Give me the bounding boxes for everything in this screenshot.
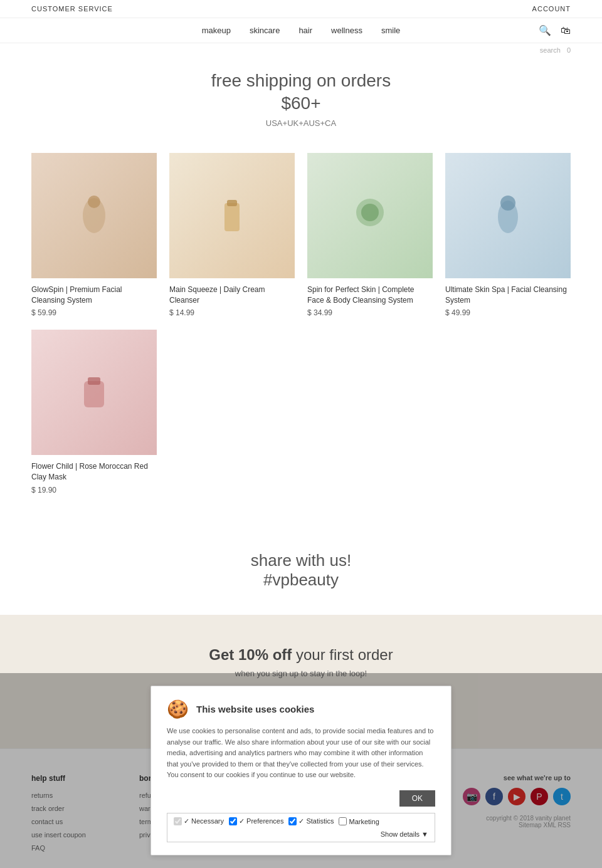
product-price-5: $ 19.90 — [31, 486, 157, 494]
cookie-ok-button[interactable]: OK — [399, 790, 435, 807]
product-title-5: Flower Child | Rose Moroccan Red Clay Ma… — [31, 461, 157, 483]
cart-button[interactable]: 🛍 — [561, 25, 571, 36]
product-title-4: Ultimate Skin Spa | Facial Cleansing Sys… — [445, 285, 571, 306]
product-card[interactable]: Main Squeeze | Daily Cream Cleanser $ 14… — [169, 153, 295, 318]
product-image-4 — [445, 153, 571, 278]
nav-skincare[interactable]: skincare — [250, 26, 280, 35]
cookie-body: We use cookies to personalise content an… — [167, 726, 435, 781]
main-nav: makeup skincare hair wellness smile 🔍 🛍 — [0, 18, 602, 43]
newsletter-bold: Get 10% off — [209, 646, 292, 663]
promo-line2: $60+ — [281, 93, 320, 113]
necessary-label: ✓ Necessary — [184, 817, 224, 825]
products-grid: GlowSpin | Premium Facial Cleansing Syst… — [31, 153, 571, 494]
svg-rect-3 — [227, 200, 237, 206]
newsletter-rest: your first order — [292, 646, 393, 663]
marketing-label: Marketing — [349, 818, 379, 825]
product-image-5 — [31, 330, 157, 455]
svg-point-1 — [88, 196, 100, 208]
product-image-3 — [307, 153, 433, 278]
nav-makeup[interactable]: makeup — [202, 26, 231, 35]
cart-icon: 🛍 — [561, 25, 571, 36]
product-title-1: GlowSpin | Premium Facial Cleansing Syst… — [31, 285, 157, 306]
cookie-overlay: 🍪 This website uses cookies We use cooki… — [0, 673, 602, 868]
statistics-checkbox[interactable] — [288, 817, 297, 825]
product-image-2 — [169, 153, 295, 278]
cookie-options: ✓ Necessary ✓ Preferences ✓ Statistics M… — [167, 813, 435, 842]
preferences-label: ✓ Preferences — [239, 817, 283, 825]
product-price-1: $ 59.99 — [31, 308, 157, 317]
search-button[interactable]: 🔍 — [539, 24, 551, 36]
share-hashtag: #vpbeauty — [31, 570, 571, 590]
show-details-button[interactable]: Show details ▼ — [381, 830, 428, 838]
product-img-inner-1 — [31, 153, 157, 278]
cart-count-label: 0 — [567, 46, 571, 54]
search-icon: 🔍 — [539, 25, 551, 36]
product-img-inner-5 — [31, 330, 157, 455]
statistics-label: ✓ Statistics — [298, 817, 334, 825]
product-card[interactable]: Flower Child | Rose Moroccan Red Clay Ma… — [31, 330, 157, 494]
necessary-check: ✓ Necessary — [174, 817, 224, 825]
svg-point-5 — [361, 204, 379, 221]
search-label: search — [540, 46, 561, 54]
share-section: share with us! #vpbeauty — [0, 526, 602, 615]
search-cart-labels: search 0 — [0, 43, 602, 57]
cookie-icon: 🍪 — [167, 699, 189, 719]
nav-smile[interactable]: smile — [381, 26, 400, 35]
customer-service-link[interactable]: CUSTOMER SERVICE — [31, 5, 113, 13]
product-image-1 — [31, 153, 157, 278]
svg-rect-8 — [84, 381, 104, 407]
cookie-banner: 🍪 This website uses cookies We use cooki… — [150, 686, 452, 855]
products-section: GlowSpin | Premium Facial Cleansing Syst… — [0, 147, 602, 513]
product-img-inner-2 — [169, 153, 295, 278]
product-img-inner-4 — [445, 153, 571, 278]
nav-icons: 🔍 🛍 — [539, 24, 571, 36]
product-card[interactable]: Ultimate Skin Spa | Facial Cleansing Sys… — [445, 153, 571, 318]
product-title-3: Spin for Perfect Skin | Complete Face & … — [307, 285, 433, 306]
nav-hair[interactable]: hair — [298, 26, 312, 35]
promo-line1: free shipping on orders — [211, 71, 391, 90]
cookie-title: This website uses cookies — [196, 704, 314, 714]
account-link[interactable]: ACCOUNT — [532, 5, 571, 13]
marketing-checkbox[interactable] — [339, 817, 347, 825]
product-price-4: $ 49.99 — [445, 308, 571, 317]
top-bar: CUSTOMER SERVICE ACCOUNT — [0, 0, 602, 18]
cookie-header: 🍪 This website uses cookies — [167, 699, 435, 719]
svg-rect-9 — [88, 377, 100, 385]
promo-banner: free shipping on orders $60+ USA+UK+AUS+… — [0, 57, 602, 147]
nav-wellness[interactable]: wellness — [331, 26, 362, 35]
chevron-down-icon: ▼ — [421, 830, 428, 838]
product-title-2: Main Squeeze | Daily Cream Cleanser — [169, 285, 295, 306]
svg-point-7 — [500, 196, 515, 211]
svg-rect-2 — [224, 203, 240, 231]
statistics-check: ✓ Statistics — [288, 817, 334, 825]
nav-links: makeup skincare hair wellness smile — [202, 26, 401, 35]
show-details-label: Show details — [381, 830, 420, 838]
preferences-checkbox[interactable] — [229, 817, 237, 825]
marketing-check: Marketing — [339, 817, 379, 825]
newsletter-heading: Get 10% off your first order — [31, 646, 571, 664]
product-card[interactable]: Spin for Perfect Skin | Complete Face & … — [307, 153, 433, 318]
product-price-2: $ 14.99 — [169, 308, 295, 317]
product-card[interactable]: GlowSpin | Premium Facial Cleansing Syst… — [31, 153, 157, 318]
promo-regions: USA+UK+AUS+CA — [31, 118, 571, 128]
necessary-checkbox[interactable] — [174, 817, 182, 825]
share-line1: share with us! — [31, 551, 571, 570]
preferences-check: ✓ Preferences — [229, 817, 283, 825]
product-price-3: $ 34.99 — [307, 308, 433, 317]
product-img-inner-3 — [307, 153, 433, 278]
